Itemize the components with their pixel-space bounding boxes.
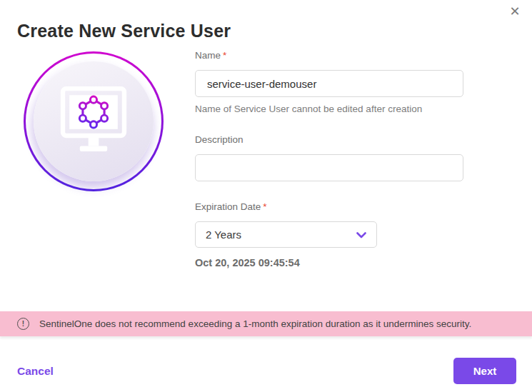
- expiration-label-text: Expiration Date: [195, 201, 261, 212]
- chevron-down-icon: [356, 228, 366, 241]
- expiration-field-group: Expiration Date* 2 Years Oct 20, 2025 09…: [195, 201, 463, 268]
- cancel-button[interactable]: Cancel: [17, 365, 54, 378]
- create-service-user-modal: Create New Service User ✕: [0, 0, 532, 392]
- description-label: Description: [195, 134, 463, 145]
- description-field-group: Description: [195, 134, 463, 181]
- name-input[interactable]: [195, 70, 463, 97]
- monitor-network-icon: [48, 80, 139, 163]
- next-button[interactable]: Next: [453, 358, 516, 384]
- expiration-select[interactable]: 2 Years: [195, 221, 377, 248]
- name-helper-text: Name of Service User cannot be edited af…: [195, 104, 463, 114]
- close-button[interactable]: ✕: [505, 1, 525, 21]
- avatar-gap-ring: [26, 54, 161, 189]
- avatar-inner-circle: [34, 61, 154, 181]
- name-label-text: Name: [195, 50, 221, 61]
- description-label-text: Description: [195, 134, 244, 145]
- warning-circle-icon: !: [17, 318, 29, 330]
- expiration-date-value: Oct 20, 2025 09:45:54: [195, 257, 463, 268]
- required-asterisk: *: [263, 201, 266, 212]
- security-warning-banner: ! SentinelOne does not recommend exceedi…: [0, 311, 532, 336]
- modal-title: Create New Service User: [17, 21, 231, 41]
- expiration-selected-value: 2 Years: [206, 228, 241, 241]
- description-input[interactable]: [195, 154, 463, 181]
- name-field-group: Name* Name of Service User cannot be edi…: [195, 50, 463, 114]
- service-user-form: Name* Name of Service User cannot be edi…: [195, 50, 463, 268]
- name-label: Name*: [195, 50, 463, 61]
- expiration-label: Expiration Date*: [195, 201, 463, 212]
- service-user-avatar: [24, 51, 164, 191]
- close-icon: ✕: [509, 4, 520, 19]
- warning-text: SentinelOne does not recommend exceeding…: [39, 318, 471, 329]
- required-asterisk: *: [223, 50, 226, 61]
